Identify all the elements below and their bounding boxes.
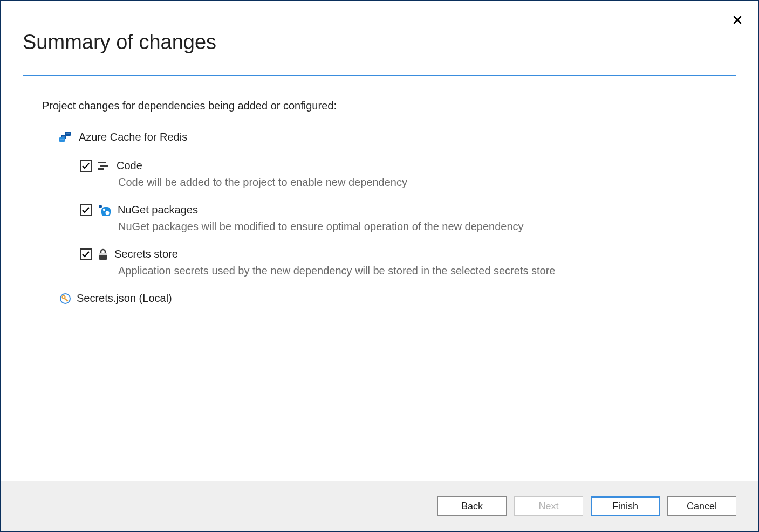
close-button[interactable] <box>732 15 743 25</box>
content-box: Project changes for dependencies being a… <box>23 75 736 465</box>
dependency-header: Azure Cache for Redis <box>59 131 717 143</box>
svg-rect-2 <box>59 137 65 142</box>
finish-button[interactable]: Finish <box>591 496 660 516</box>
change-item-nuget: NuGet packages NuGet packages will be mo… <box>80 204 717 233</box>
cancel-button[interactable]: Cancel <box>667 496 736 516</box>
secrets-store-label: Secrets.json (Local) <box>77 292 172 305</box>
svg-rect-10 <box>101 207 111 216</box>
checkbox-nuget[interactable] <box>80 204 92 216</box>
code-icon <box>98 161 110 171</box>
checkbox-code[interactable] <box>80 160 92 172</box>
change-label-code: Code <box>117 160 142 172</box>
change-desc-secrets: Application secrets used by the new depe… <box>118 265 717 277</box>
svg-point-18 <box>63 296 65 298</box>
svg-point-12 <box>106 211 110 215</box>
key-icon <box>59 293 71 305</box>
next-button: Next <box>514 496 583 516</box>
lock-icon <box>98 248 108 260</box>
svg-point-11 <box>103 208 105 210</box>
dialog-header: Summary of changes <box>1 1 758 65</box>
change-label-secrets: Secrets store <box>114 248 178 260</box>
intro-text: Project changes for dependencies being a… <box>42 100 717 112</box>
dialog-title: Summary of changes <box>23 31 736 54</box>
change-desc-nuget: NuGet packages will be modified to ensur… <box>118 220 717 233</box>
redis-icon <box>59 132 72 143</box>
secrets-store-row: Secrets.json (Local) <box>59 292 717 305</box>
dependency-name: Azure Cache for Redis <box>79 131 187 143</box>
svg-rect-14 <box>99 253 107 255</box>
content-area: Project changes for dependencies being a… <box>1 65 758 481</box>
svg-rect-4 <box>62 136 65 136</box>
nuget-icon <box>98 204 111 216</box>
svg-point-9 <box>99 205 102 208</box>
change-item-secrets: Secrets store Application secrets used b… <box>80 248 717 277</box>
checkbox-secrets[interactable] <box>80 248 92 260</box>
change-desc-code: Code will be added to the project to ena… <box>118 176 717 189</box>
dialog-footer: Back Next Finish Cancel <box>1 481 758 531</box>
svg-rect-7 <box>100 165 108 167</box>
svg-rect-3 <box>66 133 70 133</box>
change-item-code: Code Code will be added to the project t… <box>80 160 717 189</box>
svg-rect-5 <box>60 139 64 139</box>
back-button[interactable]: Back <box>437 496 507 516</box>
close-icon <box>733 15 742 25</box>
svg-rect-6 <box>98 162 106 163</box>
change-label-nuget: NuGet packages <box>118 204 198 216</box>
svg-rect-8 <box>98 168 104 170</box>
